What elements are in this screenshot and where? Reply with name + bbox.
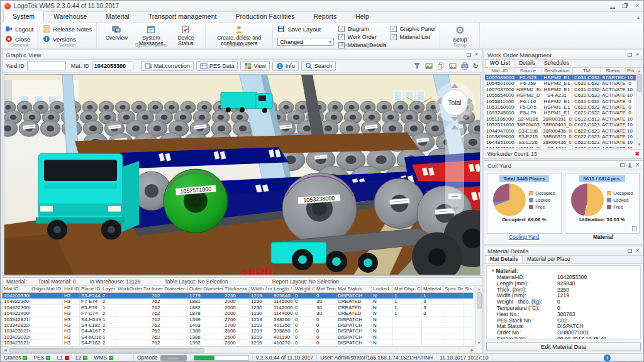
opmode-button[interactable]: ----- [160, 355, 187, 361]
column-header[interactable]: Inner Diameter / cm [150, 286, 188, 293]
ribbon-tab[interactable]: System [3, 11, 44, 23]
export-image-icon[interactable] [425, 62, 433, 70]
ribbon-collapse-icon[interactable]: ▴ [637, 14, 640, 20]
view-settings-checkbox[interactable]: ✓Material List [391, 34, 435, 40]
table-row[interactable]: 1055811000F6-L10HSPM2_E1C631;C632;ACTIVA… [485, 99, 636, 104]
panel-close-icon[interactable]: ✕ [635, 248, 640, 253]
refresh-icon[interactable]: ↻ [473, 63, 479, 70]
column-header[interactable]: Locked [372, 286, 393, 293]
pan-left-icon[interactable] [437, 97, 441, 105]
table-row[interactable]: 1057087000HSPM2_E4HSPM2_E1C631;C632;ACTI… [485, 87, 636, 92]
ribbon-tab[interactable]: Reports [304, 11, 346, 23]
filter-icon[interactable] [413, 62, 421, 70]
mat-correction-button[interactable]: Mat.correction [141, 61, 194, 71]
ribbon-tab[interactable]: Material [96, 11, 138, 23]
table-row[interactable]: 1033428210H3S4-H249176213992700121939826… [3, 317, 473, 322]
coil-green-selected[interactable] [164, 169, 228, 233]
column-header[interactable]: Destination [541, 68, 573, 75]
column-header[interactable]: Stren [464, 286, 472, 293]
zoom-out-icon[interactable] [451, 207, 458, 212]
picture-icon[interactable] [449, 62, 457, 70]
zoom-in-icon[interactable] [451, 125, 458, 129]
table-row[interactable]: 1049221000H3F7-E742762188120001230114500… [3, 299, 473, 304]
column-header[interactable]: Prio [626, 68, 635, 75]
pin-icon[interactable] [628, 163, 632, 168]
material-group-header[interactable]: ▾ Material: [487, 267, 640, 275]
pan-up-icon[interactable] [451, 84, 458, 88]
column-header[interactable]: Mat.-ID [485, 68, 515, 75]
table-row[interactable]: 105257100038R00403_0238R00403_001C622;C6… [485, 122, 636, 128]
material-details-tab[interactable]: Mat Details [486, 255, 523, 263]
material-details-tab[interactable]: Material per Place [523, 255, 575, 263]
table-row[interactable]: 1049223000H2F5-F791762188220001230114200… [3, 305, 473, 310]
ribbon-tab[interactable]: Warehouse [44, 11, 96, 23]
scroll-down-icon[interactable]: ▼ [636, 141, 643, 148]
column-header[interactable]: Source [515, 68, 541, 75]
pan-right-icon[interactable] [469, 97, 473, 105]
mat-id-input[interactable] [92, 62, 133, 70]
compass-total-button[interactable]: Total [441, 89, 468, 116]
table-row[interactable]: 1053160000F5-D75HSPM1_E1C621;C622;ACTIVA… [485, 104, 636, 110]
column-header[interactable]: Spec Desc [443, 286, 464, 293]
table-row[interactable]: 1053245000F5-L79HSPM1_E1C621;C622;ACTIVA… [485, 110, 636, 116]
ribbon-tab[interactable]: Production Facilities [226, 11, 304, 23]
scene-compass[interactable]: Total [435, 82, 475, 123]
column-header[interactable]: Mat Status [336, 286, 372, 293]
column-header[interactable]: Width / mm [250, 286, 272, 293]
ribbon-tab[interactable]: Help [346, 11, 379, 23]
release-notes-button[interactable]: Release Notes [43, 25, 92, 33]
work-order-vscrollbar[interactable]: ▲ ▼ [636, 68, 642, 148]
work-order-tab[interactable]: WO List [486, 59, 514, 67]
column-header[interactable]: Outer Diameter / cm [188, 286, 223, 293]
zoom-slider[interactable] [445, 123, 464, 214]
ribbon-tab[interactable]: Transport management [139, 11, 226, 23]
panel-restore-icon[interactable] [628, 53, 632, 57]
column-header[interactable]: Origin Mat ID [30, 286, 63, 293]
materials-hscrollbar[interactable]: ◀ ▶ [3, 346, 475, 353]
view-button[interactable]: View [240, 61, 269, 71]
coil-gray-large[interactable] [282, 173, 357, 244]
table-row[interactable]: 1044851000S3-L22638R00436_03C622;C623;AC… [485, 140, 636, 145]
pes-data-button[interactable]: PES Data [196, 61, 238, 71]
table-row[interactable]: 1042053300H2S3-F244276217792250121992584… [3, 293, 473, 299]
panel-close-icon[interactable]: ✕ [635, 163, 640, 168]
table-row[interactable]: 1053839000S3-E21538R00315_01C622;C623;AC… [485, 134, 636, 140]
material-checkbox[interactable] [632, 226, 637, 231]
panel-restore-icon[interactable] [467, 53, 471, 57]
column-header[interactable]: Mat ID [3, 286, 30, 293]
table-row[interactable]: 1055554000HSPM2_D7S4-A231C632;C633;ACTIV… [485, 92, 636, 98]
table-row[interactable]: 1034231210H3S4-F182276213922600121941027… [3, 340, 473, 346]
table-row[interactable]: 1044572200HSPM1_D7S3-A261C632;C633;ACTIV… [485, 146, 636, 148]
panel-close-icon[interactable]: ✕ [474, 52, 479, 57]
work-order-tab[interactable]: Details [514, 59, 540, 67]
column-header[interactable]: Layer [101, 286, 116, 293]
column-header[interactable]: Length / mm [272, 286, 294, 293]
info-button[interactable]: Info [272, 61, 299, 71]
table-row[interactable]: 1044947000S3-E19838R00436_02C622;C623;AC… [485, 128, 636, 134]
column-header[interactable]: Mat Temp [315, 286, 336, 293]
close-window-button[interactable]: ✕ [635, 3, 640, 9]
setup-button[interactable]: ⚙ Setup [445, 25, 475, 43]
panel-restore-icon[interactable] [628, 249, 632, 253]
3d-scene-viewport[interactable]: 1052571000 1053238000 38R0 Total [4, 74, 480, 275]
column-header[interactable]: Material Des [422, 286, 443, 293]
view-settings-checkbox[interactable]: ✓Work Order [338, 34, 386, 40]
table-row[interactable]: 1034230220H3S4-M216176213862600121940119… [3, 334, 473, 340]
scroll-down-icon[interactable]: ▼ [476, 340, 482, 346]
edit-material-data-button[interactable]: Edit Material Data [486, 342, 641, 351]
work-order-tab[interactable]: Schedules [540, 59, 574, 67]
column-header[interactable]: Place ID [80, 286, 101, 293]
restore-button[interactable] [623, 4, 627, 8]
status-info-icon[interactable]: i [604, 354, 611, 361]
table-row[interactable]: 1057089000F6-G23HSPM2_E1C631;C632;STARTE… [485, 75, 636, 80]
save-layout-button[interactable]: Save Layout [277, 25, 334, 33]
pan-down-icon[interactable] [451, 117, 458, 121]
column-header[interactable]: Thickness / mm [223, 286, 250, 293]
panel-close-icon[interactable]: ✕ [635, 52, 640, 57]
scroll-left-icon[interactable]: ◀ [3, 347, 8, 353]
print-icon[interactable] [461, 62, 469, 70]
column-header[interactable]: WorkOrder Target [116, 286, 150, 293]
materials-vscrollbar[interactable]: ▲ ▼ [475, 286, 482, 346]
clear-workorders-icon[interactable]: ✖ [635, 151, 640, 157]
column-header[interactable]: TM [573, 68, 601, 75]
